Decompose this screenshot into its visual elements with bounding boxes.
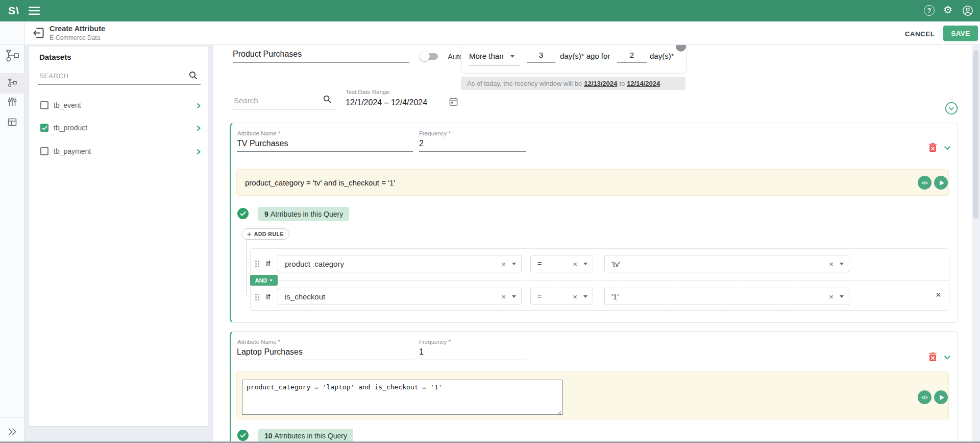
frequency-label: Frequency * (419, 339, 451, 345)
attribute-display-name-input[interactable] (233, 50, 409, 63)
dataset-row-tb-payment: tb_payment (29, 141, 209, 163)
conjunction-label: AND (255, 277, 267, 284)
rule-operator-value: = (537, 260, 542, 268)
attribute-search-input[interactable] (233, 96, 336, 109)
plus-icon: + (247, 230, 252, 238)
collapse-all-icon[interactable] (945, 102, 958, 115)
datasets-title: Datasets (39, 53, 71, 61)
attribute-name-label: Attribute Name * (237, 130, 280, 136)
clear-icon[interactable]: × (573, 293, 577, 300)
collapse-card-icon[interactable] (944, 146, 951, 150)
drag-handle-icon[interactable] (255, 261, 257, 262)
attribute-count: 9 (264, 210, 268, 218)
recency-unit-end-label: day(s)* (650, 52, 674, 60)
add-rule-label: ADD RULE (254, 231, 284, 237)
delete-attribute-icon[interactable] (928, 143, 937, 152)
save-button[interactable]: SAVE (943, 26, 978, 41)
drag-handle-icon[interactable] (255, 294, 257, 295)
auto-extract-toggle[interactable] (421, 53, 438, 60)
query-text: product_category = 'tv' and is_checkout … (245, 178, 395, 187)
dataset-checkbox-tb-event[interactable] (40, 101, 48, 109)
frequency-input[interactable] (419, 139, 526, 152)
page-subtitle: E-Commerce Data (50, 34, 100, 41)
datasets-search-icon (188, 71, 198, 80)
page-header: Create Attribute E-Commerce Data CANCEL … (0, 21, 980, 45)
attribute-name-input[interactable] (237, 347, 413, 360)
dataset-checkbox-tb-payment[interactable] (40, 147, 48, 155)
clear-icon[interactable]: × (501, 260, 506, 268)
chevron-right-icon[interactable] (195, 103, 202, 109)
rule-value-select[interactable]: '1' × (604, 288, 849, 305)
conjunction-chip[interactable]: AND (250, 275, 278, 286)
run-query-icon[interactable] (934, 390, 948, 404)
hamburger-menu-icon[interactable] (29, 6, 40, 15)
test-date-range-value[interactable]: 12/1/2024 – 12/4/2024 (346, 98, 427, 107)
recency-days-input[interactable] (527, 51, 555, 63)
back-icon[interactable] (32, 26, 45, 40)
delete-attribute-icon[interactable] (928, 352, 937, 362)
clear-icon[interactable]: × (501, 293, 506, 300)
code-view-icon[interactable]: </> (918, 390, 932, 404)
rule-operator-select[interactable]: = × (530, 255, 593, 272)
datasets-panel: Datasets tb_event tb_product tb_payment (29, 46, 208, 427)
recency-window-input[interactable] (617, 51, 647, 63)
brand-logo: S\ (8, 0, 19, 21)
cancel-button[interactable]: CANCEL (899, 28, 940, 40)
attributes-flow-icon[interactable] (7, 78, 17, 88)
rule-value-select[interactable]: 'tv' × (604, 255, 849, 272)
rule-field-value: is_checkout (285, 292, 325, 301)
frequency-input[interactable] (419, 347, 526, 360)
run-query-icon[interactable] (934, 176, 948, 190)
chevron-down-icon[interactable] (510, 55, 514, 58)
resize-handle-icon[interactable] (556, 409, 561, 418)
collapse-card-icon[interactable] (944, 355, 951, 360)
recency-unit-mid-label: day(s)* ago for (560, 52, 610, 60)
recency-start-date: 12/13/2024 (584, 80, 617, 87)
calendar-icon[interactable] (449, 97, 458, 106)
recency-note-to: to (619, 80, 625, 87)
filters-sliders-icon[interactable] (7, 97, 17, 107)
chevron-down-icon[interactable] (512, 263, 516, 265)
table-layout-icon[interactable] (7, 117, 17, 127)
recency-end-date: 12/14/2024 (627, 80, 660, 87)
chevron-down-icon[interactable] (583, 263, 587, 265)
dataset-checkbox-tb-product[interactable] (40, 124, 48, 132)
datasets-search-input[interactable] (38, 72, 201, 85)
chevron-right-icon[interactable] (195, 149, 202, 155)
rule-field-select[interactable]: is_checkout × (278, 288, 522, 305)
dataset-label: tb_event (54, 101, 81, 109)
rule-operator-select[interactable]: = × (530, 288, 593, 305)
expand-rail-icon[interactable] (7, 428, 17, 436)
dataset-label: tb_payment (54, 147, 91, 155)
attribute-count-suffix: Atrributes in this Query (275, 432, 347, 440)
attribute-name-label: Attribute Name * (237, 339, 280, 345)
flowchart-icon[interactable] (5, 48, 20, 63)
add-rule-button[interactable]: + ADD RULE (241, 228, 289, 240)
account-icon[interactable] (962, 5, 973, 16)
attribute-name-input[interactable] (237, 139, 413, 152)
gear-glyph: ⚙ (943, 5, 952, 15)
page-title: Create Attribute (50, 25, 105, 33)
recency-comparator-select[interactable]: More than (469, 52, 504, 60)
rule-operator-value: = (537, 292, 542, 300)
clear-icon[interactable]: × (829, 293, 834, 300)
chevron-down-icon[interactable] (512, 295, 516, 298)
chevron-down-icon[interactable] (583, 295, 587, 298)
dataset-row-tb-product: tb_product (29, 117, 209, 139)
rail-divider (0, 44, 24, 45)
search-icon (323, 95, 332, 104)
help-icon[interactable]: ? (924, 5, 935, 16)
rule-field-select[interactable]: product_category × (278, 255, 522, 272)
recency-note-prefix: As of today, the recency window will be (467, 80, 582, 87)
remove-rule-icon[interactable]: × (936, 290, 941, 300)
dataset-label: tb_product (54, 124, 87, 132)
chevron-right-icon[interactable] (195, 125, 202, 131)
query-code-textarea[interactable]: product_category = 'laptop' and is_check… (242, 380, 562, 415)
chevron-down-icon[interactable] (840, 295, 844, 298)
clear-icon[interactable]: × (573, 260, 577, 268)
settings-gear-icon[interactable]: ⚙ (943, 5, 952, 15)
code-view-icon[interactable]: </> (918, 176, 932, 190)
chevron-down-icon[interactable] (840, 263, 844, 265)
scrollbar-thumb[interactable] (973, 50, 978, 219)
clear-icon[interactable]: × (829, 260, 834, 268)
